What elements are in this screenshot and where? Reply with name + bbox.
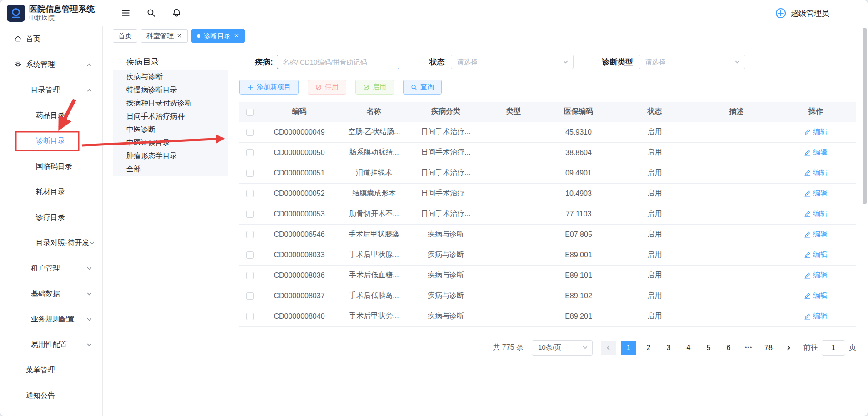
close-icon[interactable] — [234, 33, 239, 39]
user-name: 超级管理员 — [791, 8, 829, 19]
sidebar-item-catalog-mapping[interactable]: 目录对照-待开发 — [0, 230, 102, 256]
catalog-item[interactable]: 中医诊断 — [113, 123, 228, 136]
table-row: CD0000000053 肋骨切开术不... 日间手术治疗... 77.1103… — [239, 204, 856, 224]
tab-diagnosis-catalog[interactable]: 诊断目录 — [191, 29, 245, 43]
chevron-left-icon — [605, 345, 612, 351]
cell-category: 日间手术治疗... — [410, 163, 482, 183]
catalog-item[interactable]: 日间手术治疗病种 — [113, 110, 228, 123]
sidebar-item-basic-data[interactable]: 基础数据 — [0, 281, 102, 306]
chevron-down-icon — [86, 342, 92, 348]
page-button-3[interactable]: 3 — [661, 341, 676, 355]
tab-home[interactable]: 首页 — [113, 29, 137, 43]
catalog-item[interactable]: 肿瘤形态学目录 — [113, 149, 228, 162]
catalog-item[interactable]: 中医证候目录 — [113, 136, 228, 149]
page-button-4[interactable]: 4 — [681, 341, 696, 355]
menu-fold-icon[interactable] — [121, 8, 131, 18]
row-checkbox[interactable] — [246, 170, 254, 177]
sidebar-item-home[interactable]: 首页 — [0, 26, 102, 52]
table-row: CD0000000049 空肠-乙状结肠... 日间手术治疗... 45.931… — [239, 122, 856, 142]
plus-icon — [247, 84, 254, 90]
catalog-item[interactable]: 特慢病诊断目录 — [113, 83, 228, 96]
sidebar-item-menu-management[interactable]: 菜单管理 — [0, 357, 102, 383]
cell-code: CD0000006546 — [260, 224, 338, 245]
vertical-scrollbar[interactable] — [863, 28, 867, 204]
sidebar-item-usability-config[interactable]: 易用性配置 — [0, 332, 102, 357]
sidebar-item-consumables-catalog[interactable]: 耗材目录 — [0, 179, 102, 205]
select-all-checkbox[interactable] — [246, 109, 254, 116]
medical-badge-icon — [775, 7, 787, 19]
add-item-button[interactable]: 添加新项目 — [239, 80, 299, 95]
query-button[interactable]: 查询 — [403, 80, 442, 95]
tab-department-management[interactable]: 科室管理 — [141, 29, 188, 43]
cell-description — [698, 245, 775, 265]
catalog-item[interactable]: 全部 — [113, 162, 228, 175]
page-button-2[interactable]: 2 — [641, 341, 656, 355]
sidebar-item-catalog-management[interactable]: 目录管理 — [0, 77, 102, 103]
edit-button[interactable]: 编辑 — [804, 148, 828, 157]
row-checkbox[interactable] — [246, 251, 254, 259]
app-title: 医院信息管理系统 — [29, 5, 95, 14]
cell-insurance-code: E89.201 — [545, 306, 612, 326]
row-checkbox[interactable] — [246, 211, 254, 218]
chevron-down-icon — [563, 59, 569, 65]
edit-button[interactable]: 编辑 — [804, 271, 828, 280]
edit-button[interactable]: 编辑 — [804, 209, 828, 219]
close-icon[interactable] — [177, 33, 182, 39]
status-select[interactable]: 请选择 — [451, 55, 574, 69]
page-more-button[interactable]: ••• — [741, 341, 756, 355]
cell-description — [698, 122, 775, 142]
sidebar-item-diagnosis-catalog[interactable]: 诊断目录 — [0, 128, 102, 154]
sidebar-item-drug-catalog[interactable]: 药品目录 — [0, 103, 102, 128]
cell-name: 手术后甲状腺... — [338, 245, 410, 265]
cell-status: 启用 — [612, 122, 698, 142]
edit-button[interactable]: 编辑 — [804, 230, 828, 239]
prev-page-button[interactable] — [601, 341, 616, 355]
row-checkbox[interactable] — [246, 231, 254, 238]
sidebar-item-notice[interactable]: 通知公告 — [0, 383, 102, 408]
disable-button[interactable]: 停用 — [308, 80, 346, 95]
sidebar-item-tenant-management[interactable]: 租户管理 — [0, 256, 102, 281]
page-button-1[interactable]: 1 — [621, 341, 636, 355]
cell-type — [482, 122, 545, 142]
page-size-select[interactable]: 10条/页 — [532, 340, 593, 356]
cell-description — [698, 204, 775, 224]
edit-button[interactable]: 编辑 — [804, 291, 828, 301]
cell-type — [482, 204, 545, 224]
column-header-category: 疾病分类 — [410, 102, 482, 122]
column-header-type: 类型 — [482, 102, 545, 122]
edit-button[interactable]: 编辑 — [804, 168, 828, 178]
cell-code: CD0000000053 — [260, 204, 338, 224]
edit-button[interactable]: 编辑 — [804, 311, 828, 321]
diagnosis-type-select[interactable]: 请选择 — [639, 55, 745, 69]
bell-icon[interactable] — [172, 8, 182, 18]
page-button-6[interactable]: 6 — [721, 341, 736, 355]
sidebar-item-national-code-catalog[interactable]: 国临码目录 — [0, 154, 102, 179]
page-button-78[interactable]: 78 — [761, 341, 776, 355]
goto-page-input[interactable] — [822, 340, 845, 356]
cell-status: 启用 — [612, 163, 698, 183]
page-button-5[interactable]: 5 — [701, 341, 716, 355]
row-checkbox[interactable] — [246, 129, 254, 136]
enable-button[interactable]: 启用 — [355, 80, 394, 95]
edit-button[interactable]: 编辑 — [804, 250, 828, 260]
next-page-button[interactable] — [781, 341, 796, 355]
sidebar-item-business-rules-config[interactable]: 业务规则配置 — [0, 306, 102, 332]
cell-code: CD0000008036 — [260, 265, 338, 286]
row-checkbox[interactable] — [246, 292, 254, 300]
search-icon[interactable] — [146, 8, 156, 18]
edit-button[interactable]: 编辑 — [804, 127, 828, 137]
ban-icon — [315, 84, 322, 90]
disease-search-input[interactable] — [277, 55, 399, 69]
edit-button[interactable]: 编辑 — [804, 189, 828, 198]
sidebar-item-treatment-catalog[interactable]: 诊疗目录 — [0, 205, 102, 230]
row-checkbox[interactable] — [246, 313, 254, 320]
user-menu[interactable]: 超级管理员 — [775, 7, 829, 19]
catalog-item[interactable]: 疾病与诊断 — [113, 70, 228, 83]
active-tab-dot — [197, 34, 200, 38]
row-checkbox[interactable] — [246, 190, 254, 197]
row-checkbox[interactable] — [246, 272, 254, 279]
catalog-item[interactable]: 按病种目录付费诊断 — [113, 96, 228, 110]
row-checkbox[interactable] — [246, 149, 254, 156]
sidebar-item-system-management[interactable]: 系统管理 — [0, 52, 102, 77]
app-subtitle: 中联医院 — [29, 14, 95, 22]
